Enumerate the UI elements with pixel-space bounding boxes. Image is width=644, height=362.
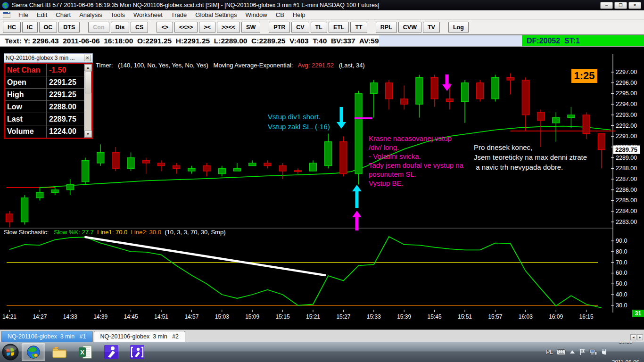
arrow-shaft [340,107,343,122]
toolbar-button-1[interactable]: IC [22,22,38,33]
toolbar-button-0[interactable]: HC [3,22,21,33]
candle-body [6,214,13,222]
quote-row: Open2291.25 [5,76,84,89]
menu-item-tools[interactable]: Tools [107,10,129,19]
menu-item-global-settings[interactable]: Global Settings [191,10,241,19]
tab-scroll-right-icon[interactable]: ► [637,334,643,340]
taskbar-app-purple-2[interactable] [125,343,149,361]
start-button[interactable] [1,343,19,361]
quote-row-value: 2291.25 [47,90,76,99]
stoch-axis-label: 50.0 [616,280,627,287]
taskbar-app-windows-explorer[interactable] [48,343,71,361]
toolbar-button-12[interactable]: PTR [269,22,290,33]
menu-item-edit[interactable]: Edit [33,10,51,19]
power-plug-icon[interactable] [601,349,608,355]
menu-item-worksheet[interactable]: Worksheet [129,10,167,19]
stoch-axis-label: 60.0 [616,270,627,276]
toolbar-button-17[interactable]: RPL [376,22,397,33]
tab-chart-2[interactable]: NQ-201106-globex 3 min #2 [94,331,186,342]
taskbar-app-sierra-chart[interactable] [22,343,45,361]
show-hidden-icons-icon[interactable] [570,350,575,354]
price-axis-label: 2291.00 [616,133,637,140]
close-button[interactable]: ✕ [628,2,641,9]
candle-body [537,112,545,120]
toolbar-button-7[interactable]: <> [157,22,173,33]
time-axis-label: 15:39 [397,313,411,320]
chart-canvas[interactable]: 2297.002296.002295.002294.002293.002292.… [0,47,644,330]
restore-button[interactable]: ❐ [614,2,627,9]
toolbar-button-9[interactable]: >< [199,22,215,33]
tab-chart-1[interactable]: NQ-201106-globex 3 min #1 [1,331,93,342]
toolbar-button-13[interactable]: CV [291,22,309,33]
menu-item-help[interactable]: Help [289,10,310,19]
time-axis-label: 15:27 [336,313,350,320]
toolbar-button-14[interactable]: TL [311,22,327,33]
menu-item-chart[interactable]: Chart [51,10,75,19]
candle-body [325,142,332,166]
magenta-note-line: Krasne nacasovanej vstup [369,134,463,143]
time-axis-label: 15:51 [458,313,472,320]
toolbar-button-6[interactable]: CS [131,22,148,33]
toolbar-button-16[interactable]: TT [350,22,367,33]
quote-row-value: 2289.75 [47,115,76,123]
toolbar-button-18[interactable]: CVW [398,22,421,33]
quote-row: Net Chan-1.50 [5,64,84,76]
toolbar-button-5[interactable]: Dis [111,22,129,33]
white-note-line: Jsem teoreticky na max denni ztrate [474,152,587,162]
time-axis-label: 14:51 [154,313,168,320]
tab-scroll-left-icon[interactable]: ◄ [630,334,636,340]
menu-item-trade[interactable]: Trade [167,10,191,19]
window-title: Sierra Chart IB 577 2011-06-06 16:19:35 … [12,2,600,8]
quote-window[interactable]: NQ-201106-globex 3 min ... ✕ Net Chan-1.… [4,53,93,139]
sierra-globe-icon [26,345,41,359]
status-text: Text: Y: 2296.43 2011-06-06 16:18:00 O:2… [0,35,379,46]
stoch-axis-label: 80.0 [616,248,627,255]
toolbar-button-10[interactable]: >><< [217,22,240,33]
taskbar-app-purple-1[interactable] [99,343,123,361]
white-note-line: a navic trh nevypada dobre. [474,162,587,172]
quote-scrollbar[interactable]: ▲ ▼ [84,64,91,138]
mdi-child-icon[interactable] [3,12,10,18]
purple-app-2-icon [130,345,145,360]
time-axis-label: 15:03 [215,313,229,320]
quote-row-value: 1224.00 [47,127,76,136]
candle-body [553,117,560,123]
quote-row-value: -1.50 [47,66,66,74]
candle-body [173,166,180,169]
time-axis-label: 14:27 [33,313,47,320]
keyboard-icon[interactable] [557,349,566,355]
menu-item-analysis[interactable]: Analysis [75,10,106,19]
candle-body [294,171,301,172]
taskbar-app-excel[interactable]: X [74,343,97,361]
scroll-down-icon[interactable]: ▼ [84,131,92,138]
toolbar-button-11[interactable]: SW [241,22,260,33]
toolbar-button-3[interactable]: DTS [58,22,80,33]
candle-body [203,166,210,171]
header-segment: Timer: (140, 100, No, Yes, Yes, No, Yes)… [96,62,298,69]
toolbar-button-8[interactable]: <<>> [174,22,198,33]
price-axis-label: 2293.00 [616,112,637,118]
quote-window-close-icon[interactable]: ✕ [84,55,91,61]
action-center-flag-icon[interactable] [579,349,586,355]
price-axis-label: 2289.00 [616,155,637,161]
toolbar-button-19[interactable]: TV [423,22,440,33]
toolbar-button-20[interactable]: Log [448,22,469,33]
toolbar-button-15[interactable]: ETL [329,22,349,33]
scroll-thumb[interactable] [85,72,91,93]
countdown-badge: 31 [632,310,644,317]
menu-item-window[interactable]: Window [241,10,272,19]
quote-window-titlebar[interactable]: NQ-201106-globex 3 min ... ✕ [4,53,93,63]
menu-item-file[interactable]: File [14,10,33,19]
magenta-note: Krasne nacasovanej vstup/div/ long.- Vol… [369,134,463,188]
menu-item-cb[interactable]: CB [272,10,289,19]
app-globe-icon [2,2,9,9]
scroll-up-icon[interactable]: ▲ [84,64,92,71]
quote-row: Volume1224.00 [5,125,84,138]
candle-body [462,83,469,102]
toolbar-button-2[interactable]: OC [39,22,58,33]
minimize-button[interactable]: – [600,2,613,9]
language-indicator[interactable]: PL [546,349,553,355]
network-icon[interactable] [589,349,597,355]
candle-body [431,77,438,99]
candle-body [158,163,165,166]
